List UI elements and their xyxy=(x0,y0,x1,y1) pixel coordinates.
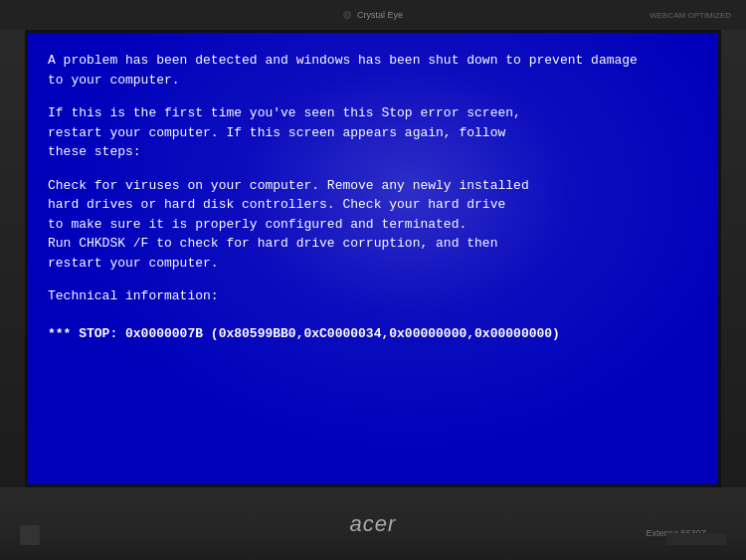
bsod-line10: restart your computer. xyxy=(48,254,698,274)
bsod-line1: A problem has been detected and windows … xyxy=(48,51,698,71)
bsod-stop-line: *** STOP: 0x0000007B (0x80599BB0,0xC0000… xyxy=(48,324,698,344)
brand-logo: acer xyxy=(350,511,397,537)
screen: A problem has been detected and windows … xyxy=(25,30,721,487)
camera-label: Crystal Eye xyxy=(357,10,403,20)
bottom-bezel: acer Extensa 5630Z xyxy=(0,487,746,560)
left-corner-button xyxy=(20,525,40,545)
bsod-spacer3 xyxy=(48,273,698,286)
bsod-line8: to make sure it is properly configured a… xyxy=(48,215,698,235)
webcam-label: WEBCAM OPTIMIZED xyxy=(650,11,731,20)
bsod-line4: restart your computer. If this screen ap… xyxy=(48,123,698,143)
bsod-line2: to your computer. xyxy=(48,71,698,91)
camera-dot xyxy=(343,11,351,19)
bsod-spacer4 xyxy=(48,306,698,320)
bsod-line7: hard drives or hard disk controllers. Ch… xyxy=(48,195,698,215)
bsod-line5: these steps: xyxy=(48,142,698,162)
laptop-outer: Crystal Eye WEBCAM OPTIMIZED A problem h… xyxy=(0,0,746,560)
top-bezel: Crystal Eye WEBCAM OPTIMIZED xyxy=(0,0,746,30)
camera-area: Crystal Eye xyxy=(343,10,403,20)
bsod-content: A problem has been detected and windows … xyxy=(28,33,718,484)
bsod-line6: Check for viruses on your computer. Remo… xyxy=(48,176,698,196)
bsod-spacer1 xyxy=(48,90,698,103)
bsod-line9: Run CHKDSK /F to check for hard drive co… xyxy=(48,234,698,254)
bsod-line11: Technical information: xyxy=(48,286,698,306)
bsod-line3: If this is the first time you've seen th… xyxy=(48,103,698,123)
bsod-spacer2 xyxy=(48,162,698,176)
right-corner-button xyxy=(666,533,726,545)
